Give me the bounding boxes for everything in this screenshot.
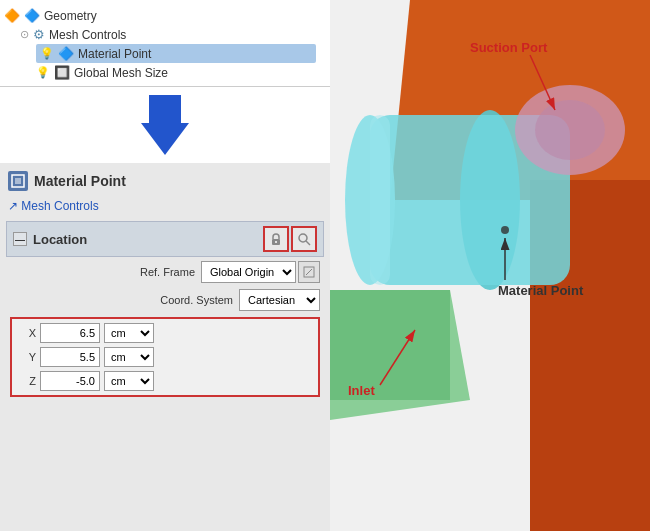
visualization-panel: Suction Port Inlet Material Point bbox=[330, 0, 650, 531]
mesh-controls-icon: ⚙ bbox=[33, 27, 45, 42]
geometry-label: Geometry bbox=[44, 9, 97, 23]
lock-button[interactable] bbox=[263, 226, 289, 252]
svg-point-3 bbox=[275, 241, 277, 243]
mp-header-icon bbox=[8, 171, 28, 191]
location-header: — Location bbox=[6, 221, 324, 257]
svg-line-7 bbox=[306, 269, 312, 275]
suction-port-text: Suction Port bbox=[470, 40, 548, 55]
z-row: Z cm m mm in bbox=[16, 371, 314, 391]
y-unit-select[interactable]: cm m mm in bbox=[104, 347, 154, 367]
collapse-button[interactable]: — bbox=[13, 232, 27, 246]
global-mesh-size-label: Global Mesh Size bbox=[74, 66, 168, 80]
ref-frame-select[interactable]: Global Origin Local Origin bbox=[201, 261, 296, 283]
tree-item-mesh-controls[interactable]: ⊙ ⚙ Mesh Controls bbox=[20, 25, 326, 44]
flame-icon: 🔶 bbox=[4, 8, 20, 23]
tree-item-geometry[interactable]: 🔶 🔷 Geometry bbox=[4, 6, 326, 25]
cube-icon-gms: 🔲 bbox=[54, 65, 70, 80]
x-unit-select[interactable]: cm m mm in bbox=[104, 323, 154, 343]
y-row: Y cm m mm in bbox=[16, 347, 314, 367]
material-point-viz-text: Material Point bbox=[498, 283, 584, 298]
x-input[interactable] bbox=[40, 323, 100, 343]
location-action-buttons bbox=[263, 226, 317, 252]
x-label: X bbox=[16, 327, 36, 339]
search-button[interactable] bbox=[291, 226, 317, 252]
z-input[interactable] bbox=[40, 371, 100, 391]
svg-point-17 bbox=[535, 100, 605, 160]
viz-container: Suction Port Inlet Material Point bbox=[330, 0, 650, 531]
coord-system-row: Coord. System Cartesian Cylindrical Sphe… bbox=[6, 289, 324, 311]
ref-frame-label: Ref. Frame bbox=[140, 266, 195, 278]
z-label: Z bbox=[16, 375, 36, 387]
z-unit-select[interactable]: cm m mm in bbox=[104, 371, 154, 391]
bulb-icon-mp: 💡 bbox=[40, 47, 54, 60]
material-point-panel: Material Point ↗ Mesh Controls — Locatio… bbox=[0, 163, 330, 531]
mp-panel-header: Material Point bbox=[0, 163, 330, 195]
bulb-icon-gms: 💡 bbox=[36, 66, 50, 79]
3d-scene-svg: Suction Port Inlet Material Point bbox=[330, 0, 650, 531]
svg-rect-1 bbox=[15, 178, 21, 184]
location-section: — Location bbox=[6, 221, 324, 401]
collapse-icon: — bbox=[15, 234, 25, 245]
y-input[interactable] bbox=[40, 347, 100, 367]
coord-system-select[interactable]: Cartesian Cylindrical Spherical bbox=[239, 289, 320, 311]
y-label: Y bbox=[16, 351, 36, 363]
tree-item-material-point[interactable]: 💡 🔷 Material Point bbox=[36, 44, 316, 63]
mesh-icon: 🔷 bbox=[24, 8, 40, 23]
location-label: Location bbox=[33, 232, 87, 247]
coord-system-label: Coord. System bbox=[160, 294, 233, 306]
tree-item-global-mesh[interactable]: 💡 🔲 Global Mesh Size bbox=[36, 63, 326, 82]
mp-panel-title: Material Point bbox=[34, 173, 126, 189]
svg-point-4 bbox=[299, 234, 307, 242]
svg-point-20 bbox=[501, 226, 509, 234]
xyz-section: X cm m mm in Y cm m mm bbox=[10, 317, 320, 397]
ref-frame-row: Ref. Frame Global Origin Local Origin bbox=[6, 261, 324, 283]
down-arrow bbox=[0, 87, 330, 163]
tree-section: 🔶 🔷 Geometry ⊙ ⚙ Mesh Controls 💡 🔷 Mater… bbox=[0, 0, 330, 87]
mesh-controls-link[interactable]: ↗ Mesh Controls bbox=[0, 195, 330, 221]
inlet-text: Inlet bbox=[348, 383, 375, 398]
connector-icon: ⊙ bbox=[20, 28, 29, 41]
mesh-controls-label: Mesh Controls bbox=[49, 28, 126, 42]
x-row: X cm m mm in bbox=[16, 323, 314, 343]
svg-line-5 bbox=[306, 241, 310, 245]
material-point-tree-label: Material Point bbox=[78, 47, 151, 61]
svg-rect-15 bbox=[370, 115, 390, 285]
ref-frame-edit-btn[interactable] bbox=[298, 261, 320, 283]
cube-icon-mp: 🔷 bbox=[58, 46, 74, 61]
